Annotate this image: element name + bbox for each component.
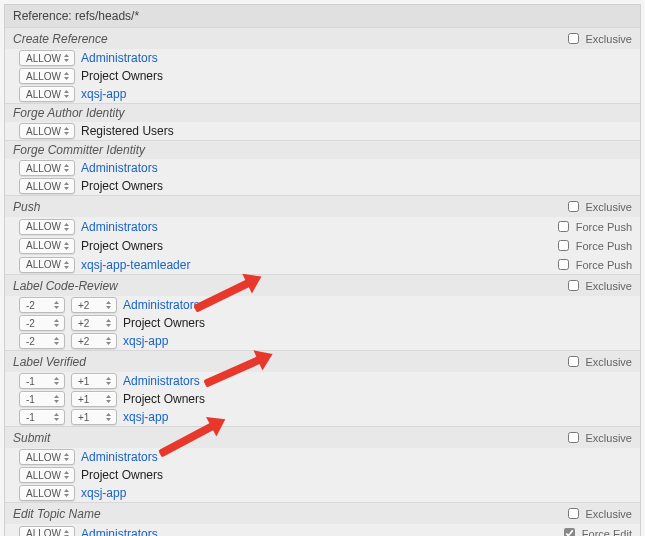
rule-row: ALLOWProject Owners (5, 177, 640, 195)
stepper-arrows-icon (105, 300, 112, 310)
rule-flag[interactable]: Force Push (554, 237, 632, 254)
section-title: Forge Committer Identity (13, 143, 632, 157)
action-select[interactable]: ALLOW (19, 178, 75, 194)
min-select[interactable]: -2 (19, 297, 65, 313)
section-header: Create ReferenceExclusive (5, 28, 640, 49)
spinner-value: ALLOW (24, 452, 63, 463)
group-name[interactable]: Administrators (123, 298, 200, 312)
min-select[interactable]: -1 (19, 391, 65, 407)
action-select[interactable]: ALLOW (19, 68, 75, 84)
section: SubmitExclusiveALLOWAdministratorsALLOWP… (5, 426, 640, 502)
checkbox[interactable] (558, 240, 569, 251)
checkbox[interactable] (558, 221, 569, 232)
min-select[interactable]: -1 (19, 409, 65, 425)
spinner-value: +1 (76, 394, 91, 405)
group-name[interactable]: Administrators (81, 220, 158, 234)
group-name[interactable]: Administrators (81, 51, 158, 65)
stepper-arrows-icon (53, 412, 60, 422)
checkbox[interactable] (564, 528, 575, 536)
max-select[interactable]: +2 (71, 315, 117, 331)
group-name[interactable]: Administrators (81, 450, 158, 464)
section-flags: Exclusive (564, 429, 632, 446)
group-name: Registered Users (81, 124, 174, 138)
min-select[interactable]: -1 (19, 373, 65, 389)
section: Create ReferenceExclusiveALLOWAdministra… (5, 27, 640, 103)
checkbox[interactable] (568, 508, 579, 519)
group-name[interactable]: xqsj-app (81, 486, 126, 500)
section: Forge Author IdentityALLOWRegistered Use… (5, 103, 640, 140)
rule-row: -2 +2Administrators (5, 296, 640, 314)
rule-flag[interactable]: Force Push (554, 218, 632, 235)
group-name[interactable]: Administrators (123, 374, 200, 388)
action-select[interactable]: ALLOW (19, 526, 75, 537)
action-select[interactable]: ALLOW (19, 86, 75, 102)
group-name[interactable]: Administrators (81, 161, 158, 175)
rule-flags: Force Push (554, 218, 632, 235)
group-name[interactable]: xqsj-app-teamleader (81, 258, 190, 272)
exclusive-flag[interactable]: Exclusive (564, 429, 632, 446)
group-name[interactable]: Administrators (81, 527, 158, 537)
checkbox[interactable] (568, 280, 579, 291)
stepper-arrows-icon (63, 241, 70, 251)
stepper-arrows-icon (53, 394, 60, 404)
checkbox[interactable] (568, 356, 579, 367)
group-name: Project Owners (81, 179, 163, 193)
flag-label: Exclusive (586, 432, 632, 444)
action-select[interactable]: ALLOW (19, 485, 75, 501)
stepper-arrows-icon (53, 318, 60, 328)
exclusive-flag[interactable]: Exclusive (564, 505, 632, 522)
section: Label Code-ReviewExclusive-2 +2Administr… (5, 274, 640, 350)
section-header: PushExclusive (5, 196, 640, 217)
spinner-value: -1 (24, 376, 37, 387)
action-select[interactable]: ALLOW (19, 449, 75, 465)
checkbox[interactable] (558, 259, 569, 270)
min-select[interactable]: -2 (19, 315, 65, 331)
max-select[interactable]: +2 (71, 297, 117, 313)
section-flags: Exclusive (564, 198, 632, 215)
rule-flag[interactable]: Force Edit (560, 525, 632, 536)
rule-row: -1 +1Project Owners (5, 390, 640, 408)
section-header: Label VerifiedExclusive (5, 351, 640, 372)
group-name: Project Owners (81, 468, 163, 482)
group-name: Project Owners (123, 392, 205, 406)
exclusive-flag[interactable]: Exclusive (564, 198, 632, 215)
action-select[interactable]: ALLOW (19, 219, 75, 235)
group-name[interactable]: xqsj-app (81, 87, 126, 101)
exclusive-flag[interactable]: Exclusive (564, 277, 632, 294)
action-select[interactable]: ALLOW (19, 467, 75, 483)
spinner-value: -2 (24, 300, 37, 311)
max-select[interactable]: +2 (71, 333, 117, 349)
max-select[interactable]: +1 (71, 373, 117, 389)
stepper-arrows-icon (105, 376, 112, 386)
action-select[interactable]: ALLOW (19, 50, 75, 66)
min-select[interactable]: -2 (19, 333, 65, 349)
stepper-arrows-icon (63, 529, 70, 537)
rule-row: ALLOWAdministrators (5, 159, 640, 177)
section: Forge Committer IdentityALLOWAdministrat… (5, 140, 640, 195)
section-header: Forge Author Identity (5, 104, 640, 122)
rule-flag[interactable]: Force Push (554, 256, 632, 273)
rule-row: ALLOWProject OwnersForce Push (5, 236, 640, 255)
action-select[interactable]: ALLOW (19, 123, 75, 139)
rule-row: -1 +1Administrators (5, 372, 640, 390)
max-select[interactable]: +1 (71, 409, 117, 425)
group-name[interactable]: xqsj-app (123, 334, 168, 348)
exclusive-flag[interactable]: Exclusive (564, 30, 632, 47)
checkbox[interactable] (568, 201, 579, 212)
max-select[interactable]: +1 (71, 391, 117, 407)
stepper-arrows-icon (63, 488, 70, 498)
spinner-value: ALLOW (24, 470, 63, 481)
checkbox[interactable] (568, 432, 579, 443)
action-select[interactable]: ALLOW (19, 160, 75, 176)
group-name[interactable]: xqsj-app (123, 410, 168, 424)
action-select[interactable]: ALLOW (19, 238, 75, 254)
section-title: Label Code-Review (13, 279, 564, 293)
checkbox[interactable] (568, 33, 579, 44)
exclusive-flag[interactable]: Exclusive (564, 353, 632, 370)
flag-label: Force Push (576, 221, 632, 233)
action-select[interactable]: ALLOW (19, 257, 75, 273)
stepper-arrows-icon (105, 336, 112, 346)
rule-row: -2 +2xqsj-app (5, 332, 640, 350)
section: PushExclusiveALLOWAdministratorsForce Pu… (5, 195, 640, 274)
section: Edit Topic NameExclusiveALLOWAdministrat… (5, 502, 640, 536)
